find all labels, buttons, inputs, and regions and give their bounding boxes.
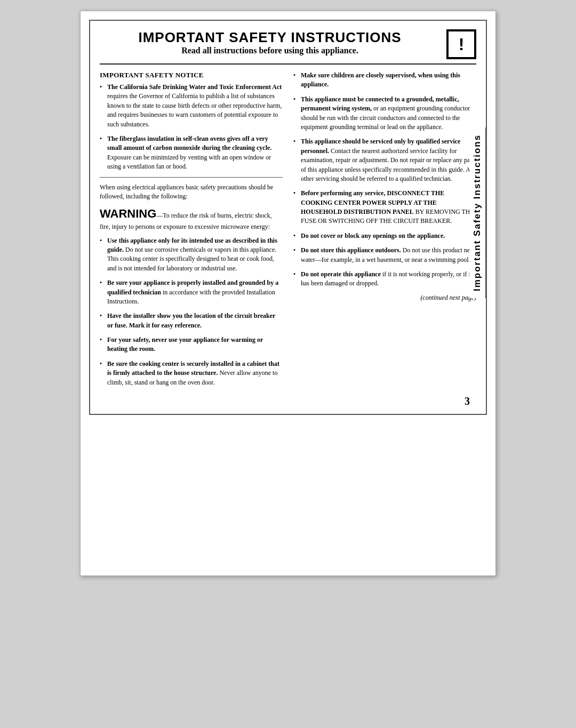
warning-word: WARNING — [100, 207, 156, 220]
warning-item-1-rest: Do not use corrosive chemicals or vapors… — [107, 246, 276, 272]
warning-item-5: Be sure the cooking center is securely i… — [100, 359, 283, 387]
warning-item-1: Use this appliance only for its intended… — [100, 236, 283, 274]
right-item-2: This appliance must be connected to a gr… — [293, 95, 476, 132]
main-subtitle: Read all instructions before using this … — [100, 46, 440, 55]
safety-notice-item-2: The fiberglass insulation in self-clean … — [100, 134, 283, 172]
safety-notice-item-1: The California Safe Drinking Water and T… — [100, 83, 283, 129]
safety-notice-item-1-rest: requires the Governor of California to p… — [107, 92, 282, 127]
warning-item-3-bold: Have the installer show you the location… — [107, 312, 275, 329]
content-columns: IMPORTANT SAFETY NOTICE The California S… — [100, 71, 476, 393]
warning-icon-symbol: ! — [459, 35, 465, 54]
warning-item-3: Have the installer show you the location… — [100, 311, 283, 330]
page-number: 3 — [465, 395, 470, 407]
safety-notice-item-1-bold: The California Safe Drinking Water and T… — [107, 83, 282, 91]
side-label: Important Safety Instructions — [469, 127, 487, 298]
right-item-3: This appliance should be serviced only b… — [293, 137, 476, 183]
safety-notice-list: The California Safe Drinking Water and T… — [100, 83, 283, 172]
main-title: IMPORTANT SAFETY INSTRUCTIONS — [100, 29, 440, 46]
right-item-6-bold: Do not store this appliance outdoors. — [301, 246, 401, 254]
right-item-7: Do not operate this appliance if it is n… — [293, 270, 476, 289]
warning-item-2: Be sure your appliance is properly insta… — [100, 278, 283, 306]
right-item-5-bold: Do not cover or block any openings on th… — [301, 232, 445, 239]
safety-notice-item-2-bold: The fiberglass insulation in self-clean … — [107, 135, 271, 151]
section-divider — [100, 177, 283, 178]
warning-intro-text: When using electrical appliances basic s… — [100, 183, 273, 200]
right-item-1-bold: Make sure children are closely supervise… — [301, 71, 460, 88]
safety-notice-item-2-rest: Exposure can be minimized by venting wit… — [107, 154, 271, 170]
right-bullet-list: Make sure children are closely supervise… — [293, 71, 476, 289]
right-item-5: Do not cover or block any openings on th… — [293, 231, 476, 241]
side-label-text: Important Safety Instructions — [472, 134, 483, 291]
left-column: IMPORTANT SAFETY NOTICE The California S… — [100, 71, 283, 393]
header-section: IMPORTANT SAFETY INSTRUCTIONS Read all i… — [100, 29, 476, 65]
right-item-7-bold: Do not operate this appliance — [301, 270, 381, 278]
header-text: IMPORTANT SAFETY INSTRUCTIONS Read all i… — [100, 29, 440, 55]
warning-item-4: For your safety, never use your applianc… — [100, 335, 283, 354]
warning-header-line: WARNING—To reduce the risk of burns, ele… — [100, 205, 283, 231]
warning-intro: When using electrical appliances basic s… — [100, 183, 283, 202]
warning-icon-box: ! — [446, 29, 476, 59]
right-item-1: Make sure children are closely supervise… — [293, 71, 476, 90]
warning-list: Use this appliance only for its intended… — [100, 236, 283, 387]
right-item-4: Before performing any service, DISCONNEC… — [293, 189, 476, 226]
continued-text: (continued next page) — [293, 294, 476, 302]
right-column: Make sure children are closely supervise… — [293, 71, 476, 393]
warning-item-4-bold: For your safety, never use your applianc… — [107, 336, 263, 353]
page: IMPORTANT SAFETY INSTRUCTIONS Read all i… — [80, 11, 496, 576]
safety-notice-title: IMPORTANT SAFETY NOTICE — [100, 71, 283, 79]
right-item-6: Do not store this appliance outdoors. Do… — [293, 246, 476, 265]
